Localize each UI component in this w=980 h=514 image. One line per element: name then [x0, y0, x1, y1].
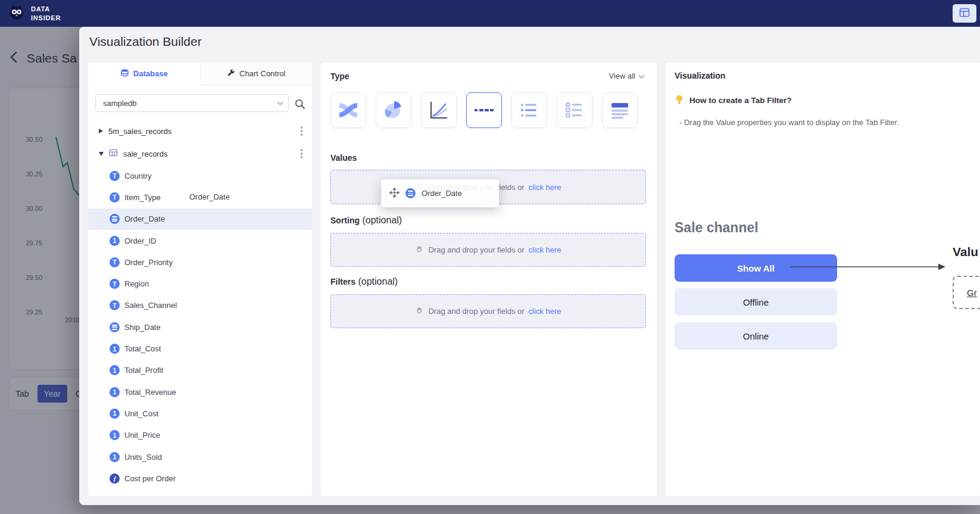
line-icon [428, 99, 450, 121]
tree-label: 5m_sales_records [108, 127, 171, 136]
chart-type-pie[interactable] [376, 92, 411, 128]
dropzone-click-here-link[interactable]: click here [529, 307, 561, 316]
owl-logo-icon [7, 3, 26, 24]
tab-filter-icon [473, 99, 495, 121]
top-navbar: DATA INSIDER [0, 0, 980, 27]
chart-type-list[interactable] [511, 92, 547, 128]
visualization-builder-modal: Visualization Builder Database [79, 27, 980, 505]
brand[interactable]: DATA INSIDER [7, 3, 61, 24]
visualization-panel: Visualization How to create a Tab Filter… [665, 63, 980, 496]
drag-source-label: Order_Date [189, 192, 230, 201]
tree-label: sale_records [123, 149, 167, 158]
field-label: Item_Type [124, 193, 161, 202]
field-list: TCountryTItem_TypeOrder_Date1Order_IDTOr… [88, 165, 312, 489]
chart-type-table[interactable] [602, 92, 638, 128]
tab-chart-control[interactable]: Chart Control [200, 63, 313, 85]
field-item-ship-date[interactable]: Ship_Date [88, 316, 312, 338]
lightbulb-icon [675, 95, 684, 106]
number-field-icon: 1 [110, 430, 120, 440]
table-icon [609, 99, 631, 121]
field-label: Units_Sold [124, 453, 162, 462]
preview-tab-offline[interactable]: Offline [675, 288, 837, 316]
field-item-sales-channel[interactable]: TSales_Channel [88, 295, 312, 316]
chart-type-tab-filter[interactable] [466, 92, 502, 128]
chart-config-panel: Type View all Values Drag and drop your … [321, 63, 657, 496]
chart-type-checklist[interactable] [557, 92, 592, 128]
caret-collapsed-icon[interactable] [99, 129, 103, 133]
field-item-unit-price[interactable]: 1Unit_Price [88, 425, 312, 446]
brand-text: DATA INSIDER [31, 5, 61, 22]
field-label: Ship_Date [124, 323, 161, 332]
filters-section-title: Filters (optional) [330, 276, 398, 287]
field-item-order-priority[interactable]: TOrder_Priority [88, 251, 312, 273]
number-field-icon: 1 [110, 236, 120, 246]
sorting-dropzone[interactable]: Drag and drop your fields or click here [330, 233, 646, 267]
dropzone-click-here-link[interactable]: click here [529, 245, 561, 254]
field-item-total-cost[interactable]: 1Total_Cost [88, 338, 312, 359]
date-field-icon [405, 188, 416, 198]
drag-ghost-label: Order_Date [422, 189, 462, 198]
search-icon [294, 98, 305, 111]
field-label: Order_ID [124, 236, 156, 245]
tree-item-sale-records[interactable]: sale_records [88, 142, 312, 165]
chart-type-line[interactable] [421, 92, 457, 128]
schema-tree: 5m_sales_records sale_records TCountryTI… [88, 120, 312, 489]
group-link[interactable]: Gr [967, 288, 977, 298]
checklist-icon [564, 99, 585, 121]
type-header-row: Type View all [330, 71, 647, 81]
tab-database-label: Database [133, 69, 168, 78]
brand-line-2: INSIDER [31, 14, 61, 22]
filters-dropzone[interactable]: Drag and drop your fields or click here [330, 294, 646, 328]
number-field-icon: 1 [110, 409, 120, 419]
dashboard-grid-button[interactable] [953, 4, 976, 23]
preview-tab-online[interactable]: Online [675, 322, 837, 350]
number-field-icon: 1 [110, 452, 120, 462]
group-dropzone[interactable]: Gr [953, 276, 980, 309]
field-label: Order_Priority [124, 258, 173, 267]
tab-chart-control-label: Chart Control [239, 69, 285, 78]
field-item-units-sold[interactable]: 1Units_Sold [88, 446, 312, 468]
hint-title: How to create a Tab Filter? [689, 96, 792, 105]
field-item-country[interactable]: TCountry [88, 165, 312, 186]
dropzone-click-here-link[interactable]: click here [529, 183, 561, 192]
database-select[interactable]: sampledb [95, 94, 289, 112]
database-icon [120, 68, 129, 79]
preview-tab-show-all[interactable]: Show All [675, 254, 837, 282]
field-item-total-profit[interactable]: 1Total_Profit [88, 360, 312, 381]
field-item-order-date[interactable]: Order_Date [88, 208, 312, 230]
wrench-icon [227, 68, 235, 79]
field-item-total-revenue[interactable]: 1Total_Revenue [88, 381, 312, 403]
field-item-region[interactable]: TRegion [88, 273, 312, 294]
visualization-title: Visualization [675, 71, 725, 80]
hint-body: - Drag the Value properties you want to … [679, 118, 899, 127]
tab-database[interactable]: Database [88, 63, 200, 85]
field-label: Region [124, 279, 149, 288]
field-item-unit-cost[interactable]: 1Unit_Cost [88, 403, 312, 424]
text-field-icon: T [110, 171, 120, 181]
brand-line-1: DATA [31, 5, 61, 13]
view-all-label: View all [608, 71, 635, 80]
modal-title: Visualization Builder [89, 35, 202, 49]
caret-expanded-icon[interactable] [99, 152, 104, 156]
view-all-dropdown[interactable]: View all [605, 71, 647, 81]
number-field-icon: 1 [110, 365, 120, 375]
table-grid-icon [959, 7, 970, 20]
preview-chart-title: Sale channel [675, 220, 759, 236]
values-section-title: Values [330, 153, 357, 163]
field-item-cost-per-order[interactable]: fCost per Order [88, 468, 312, 489]
search-button[interactable] [293, 97, 307, 113]
pie-icon [383, 99, 404, 121]
drag-ghost-card[interactable]: Order_Date [381, 179, 499, 207]
date-field-icon [110, 322, 120, 332]
database-select-value: sampledb [103, 99, 136, 108]
drag-hand-icon [415, 245, 424, 256]
tree-item-5m-sales-records[interactable]: 5m_sales_records [88, 120, 312, 142]
field-label: Sales_Channel [124, 301, 177, 310]
kebab-menu-icon[interactable] [298, 147, 305, 161]
text-field-icon: T [110, 257, 120, 267]
chart-type-sankey[interactable] [330, 92, 366, 128]
kebab-menu-icon[interactable] [298, 124, 305, 138]
chevron-down-icon [639, 72, 645, 78]
field-item-order-id[interactable]: 1Order_ID [88, 230, 312, 251]
field-label: Total_Cost [124, 344, 161, 353]
